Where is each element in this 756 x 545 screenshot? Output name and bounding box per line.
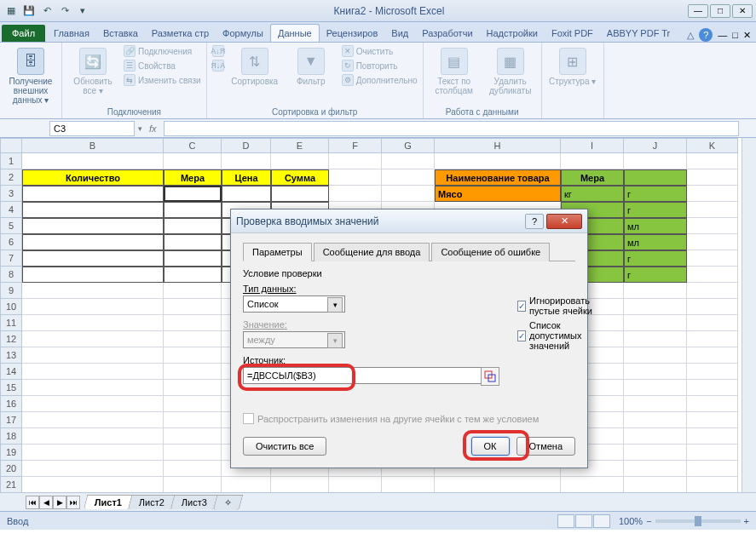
cell-J1[interactable]: [624, 153, 687, 169]
advanced-filter-button[interactable]: ⚙Дополнительно: [342, 73, 418, 87]
filter-button[interactable]: ▼ Фильтр: [286, 44, 337, 86]
cell-J12[interactable]: [624, 331, 687, 347]
tab-input-message[interactable]: Сообщение для ввода: [314, 243, 430, 261]
zoom-control[interactable]: 100% − +: [619, 516, 749, 526]
cell-I1[interactable]: [561, 153, 624, 169]
cell-H3[interactable]: Мясо: [435, 186, 561, 202]
cell-K20[interactable]: [687, 461, 738, 477]
col-header-H[interactable]: H: [435, 138, 561, 153]
cell-J19[interactable]: [624, 445, 687, 461]
tab-insert[interactable]: Вставка: [96, 25, 145, 42]
cell-K12[interactable]: [687, 331, 738, 347]
sort-za-button[interactable]: Я↓А: [212, 59, 224, 72]
row-header-5[interactable]: 5: [0, 218, 22, 234]
cell-C20[interactable]: [164, 461, 222, 477]
type-combo[interactable]: Список: [243, 295, 345, 313]
cell-B10[interactable]: [22, 299, 164, 315]
cell-K14[interactable]: [687, 364, 738, 380]
cell-J11[interactable]: [624, 315, 687, 331]
close-button[interactable]: ✕: [732, 4, 753, 18]
cell-F21[interactable]: [329, 477, 382, 492]
tab-parameters[interactable]: Параметры: [243, 243, 312, 261]
col-header-I[interactable]: I: [561, 138, 624, 153]
cell-K5[interactable]: [687, 218, 738, 234]
cell-J17[interactable]: [624, 412, 687, 428]
clear-filter-button[interactable]: ✕Очистить: [342, 44, 418, 58]
row-header-18[interactable]: 18: [0, 428, 22, 445]
cell-K18[interactable]: [687, 428, 738, 445]
page-break-view-button[interactable]: [593, 514, 610, 528]
cell-B7[interactable]: [22, 250, 164, 267]
row-header-4[interactable]: 4: [0, 202, 22, 218]
cell-K16[interactable]: [687, 396, 738, 412]
cell-K4[interactable]: [687, 202, 738, 218]
redo-icon[interactable]: ↷: [57, 3, 72, 19]
dialog-title-bar[interactable]: Проверка вводимых значений ? ✕: [231, 209, 587, 233]
cell-B1[interactable]: [22, 153, 164, 169]
cell-J21[interactable]: [624, 477, 687, 492]
cell-K21[interactable]: [687, 477, 738, 492]
cell-K2[interactable]: [687, 169, 738, 186]
row-header-16[interactable]: 16: [0, 396, 22, 412]
cell-G21[interactable]: [382, 477, 435, 492]
cell-C2[interactable]: Мера: [164, 169, 222, 186]
cell-C10[interactable]: [164, 299, 222, 315]
cell-C18[interactable]: [164, 428, 222, 445]
cell-C14[interactable]: [164, 364, 222, 380]
tab-formulas[interactable]: Формулы: [216, 25, 270, 42]
select-all-corner[interactable]: [0, 138, 22, 153]
cell-C15[interactable]: [164, 380, 222, 396]
dialog-help-button[interactable]: ?: [525, 214, 544, 229]
cell-B8[interactable]: [22, 267, 164, 283]
zoom-slider[interactable]: [655, 519, 741, 523]
cell-J7[interactable]: г: [624, 250, 687, 267]
cell-J9[interactable]: [624, 283, 687, 299]
col-header-J[interactable]: J: [624, 138, 687, 153]
cell-C21[interactable]: [164, 477, 222, 492]
col-header-E[interactable]: E: [271, 138, 329, 153]
cell-J13[interactable]: [624, 347, 687, 364]
cell-H1[interactable]: [435, 153, 561, 169]
row-header-11[interactable]: 11: [0, 315, 22, 331]
cell-F2[interactable]: [329, 169, 382, 186]
tab-error-alert[interactable]: Сообщение об ошибке: [431, 243, 550, 261]
cell-J4[interactable]: г: [624, 202, 687, 218]
cell-G2[interactable]: [382, 169, 435, 186]
cell-J15[interactable]: [624, 380, 687, 396]
cell-K15[interactable]: [687, 380, 738, 396]
row-header-1[interactable]: 1: [0, 153, 22, 169]
col-header-B[interactable]: B: [22, 138, 164, 153]
cell-B11[interactable]: [22, 315, 164, 331]
cell-D3[interactable]: [222, 186, 271, 202]
tab-data[interactable]: Данные: [270, 24, 320, 42]
maximize-button[interactable]: □: [710, 4, 730, 18]
cell-C3[interactable]: [164, 186, 222, 202]
cell-B12[interactable]: [22, 331, 164, 347]
cell-J20[interactable]: [624, 461, 687, 477]
cell-E1[interactable]: [271, 153, 329, 169]
cancel-button[interactable]: Отмена: [517, 437, 575, 456]
first-sheet-button[interactable]: ⏮: [26, 496, 39, 509]
reapply-button[interactable]: ↻Повторить: [342, 59, 418, 72]
row-header-12[interactable]: 12: [0, 331, 22, 347]
cell-J2[interactable]: [624, 169, 687, 186]
text-to-columns-button[interactable]: ▤ Текст по столбцам: [429, 44, 480, 95]
workbook-close-button[interactable]: ✕: [743, 30, 751, 41]
cell-J18[interactable]: [624, 428, 687, 445]
cell-K9[interactable]: [687, 283, 738, 299]
cell-C19[interactable]: [164, 445, 222, 461]
col-header-G[interactable]: G: [382, 138, 435, 153]
new-sheet-button[interactable]: ✧: [213, 495, 244, 510]
cell-K10[interactable]: [687, 299, 738, 315]
fx-icon[interactable]: fx: [142, 123, 164, 134]
cell-B19[interactable]: [22, 445, 164, 461]
cell-I2[interactable]: Мера: [561, 169, 624, 186]
row-header-6[interactable]: 6: [0, 234, 22, 250]
col-header-F[interactable]: F: [329, 138, 382, 153]
cell-E2[interactable]: Сумма: [271, 169, 329, 186]
cell-D21[interactable]: [222, 477, 271, 492]
workbook-minimize-button[interactable]: —: [718, 30, 727, 40]
vertical-scrollbar[interactable]: [742, 138, 756, 492]
zoom-out-button[interactable]: −: [646, 516, 651, 526]
cell-B17[interactable]: [22, 412, 164, 428]
